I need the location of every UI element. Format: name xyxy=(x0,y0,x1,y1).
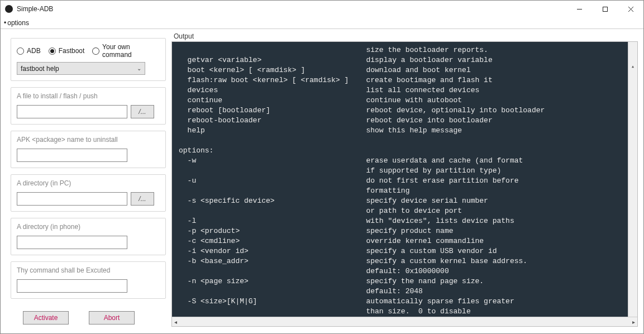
vertical-scrollbar[interactable]: ▴ xyxy=(628,42,637,317)
command-group: Thy command shall be Excuted xyxy=(11,261,166,299)
combo-value: fastboot help xyxy=(21,65,59,73)
command-label: Thy command shall be Excuted xyxy=(17,266,160,274)
app-icon xyxy=(5,5,13,13)
close-button[interactable] xyxy=(618,1,643,17)
command-input[interactable] xyxy=(17,279,127,293)
command-combo[interactable]: fastboot help ⌄ xyxy=(17,62,145,75)
radio-adb[interactable]: ADB xyxy=(17,47,41,55)
radio-adb-label: ADB xyxy=(27,47,41,55)
window-title: Simple-ADB xyxy=(17,5,566,13)
radio-icon xyxy=(49,47,56,55)
chevron-down-icon: ⌄ xyxy=(137,65,141,71)
scroll-right-icon[interactable]: ▸ xyxy=(632,319,635,325)
radio-own-label: Your own command xyxy=(102,43,160,59)
dir-pc-browse-button[interactable]: /... xyxy=(131,192,154,206)
file-browse-button[interactable]: /... xyxy=(131,105,154,118)
apk-label: APK <package> name to uninstall xyxy=(17,136,160,144)
maximize-button[interactable] xyxy=(592,1,618,17)
svg-rect-1 xyxy=(603,7,607,11)
radio-icon xyxy=(17,47,24,55)
radio-fastboot[interactable]: Fastboot xyxy=(49,47,85,55)
left-panel: ADB Fastboot Your own command fastboot h… xyxy=(1,32,169,332)
radio-icon xyxy=(92,47,99,55)
dir-phone-label: A directory (in phone) xyxy=(17,223,160,231)
apk-group: APK <package> name to uninstall xyxy=(11,131,166,168)
scroll-up-icon[interactable]: ▴ xyxy=(628,62,637,71)
dir-phone-input[interactable] xyxy=(17,236,127,249)
dir-pc-label: A directory (in PC) xyxy=(17,179,160,187)
dir-phone-group: A directory (in phone) xyxy=(11,218,166,255)
dir-pc-input[interactable] xyxy=(17,192,127,206)
terminal-text: size the bootloader reports. getvar <var… xyxy=(179,46,545,316)
menu-options[interactable]: options xyxy=(4,19,29,27)
horizontal-scrollbar[interactable]: ◂ ▸ xyxy=(172,317,637,326)
menubar: options xyxy=(1,17,643,28)
right-panel: Output size the bootloader reports. getv… xyxy=(169,32,643,332)
titlebar: Simple-ADB xyxy=(1,1,643,17)
mode-group: ADB Fastboot Your own command fastboot h… xyxy=(11,38,166,81)
radio-fastboot-label: Fastboot xyxy=(59,47,85,55)
apk-input[interactable] xyxy=(17,149,127,162)
window-controls xyxy=(566,1,643,17)
output-terminal[interactable]: size the bootloader reports. getvar <var… xyxy=(172,42,637,317)
file-input[interactable] xyxy=(17,105,127,118)
scroll-left-icon[interactable]: ◂ xyxy=(174,319,177,325)
minimize-button[interactable] xyxy=(566,1,592,17)
output-frame: size the bootloader reports. getvar <var… xyxy=(171,41,638,327)
dir-pc-group: A directory (in PC) /... xyxy=(11,174,166,212)
abort-button[interactable]: Abort xyxy=(89,311,135,325)
activate-button[interactable]: Activate xyxy=(23,311,69,325)
file-label: A file to install / flash / push xyxy=(17,92,160,100)
file-group: A file to install / flash / push /... xyxy=(11,87,166,125)
radio-own-command[interactable]: Your own command xyxy=(92,43,160,59)
output-label: Output xyxy=(174,32,638,40)
